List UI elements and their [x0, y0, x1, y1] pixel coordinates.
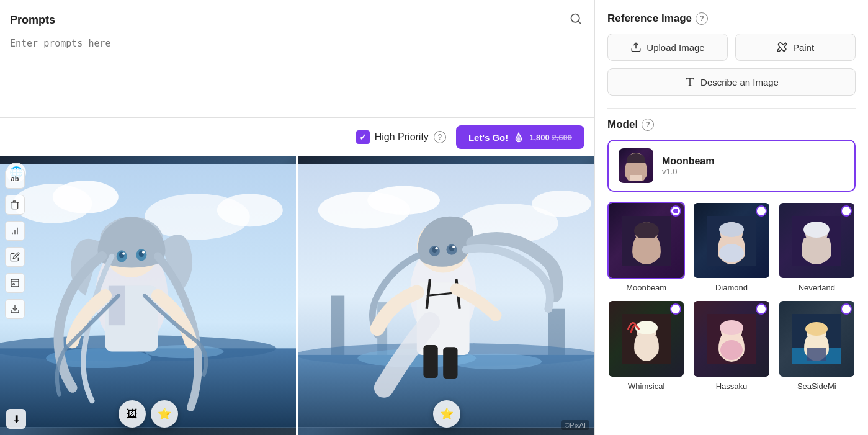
text-icon — [684, 76, 696, 87]
credits-original-val: 2,600 — [552, 133, 572, 142]
download-tool-button[interactable] — [5, 299, 25, 319]
model-item-whimsical[interactable]: Whimsical — [607, 300, 685, 390]
svg-point-43 — [435, 247, 437, 249]
svg-rect-2 — [11, 279, 19, 287]
credits-current: 1,800 — [529, 133, 550, 142]
model-diamond-label: Diamond — [715, 283, 748, 292]
prompts-title: Prompts — [10, 14, 55, 27]
neverland-radio — [841, 205, 852, 217]
svg-rect-47 — [443, 347, 457, 379]
model-section-title: Model ? — [607, 119, 856, 131]
image-1-svg — [0, 156, 296, 435]
image-2-svg — [298, 156, 594, 435]
selected-model-info: Moonbeam v1.0 — [662, 156, 714, 176]
image-slot-1: 🌐 🖼 ⭐ ⬇ — [0, 156, 298, 435]
reference-image-title: Reference Image ? — [607, 12, 856, 25]
image-1-download-button[interactable]: ⬇ — [6, 409, 26, 429]
svg-point-56 — [634, 222, 659, 240]
high-priority-label: High Priority — [375, 132, 429, 143]
image-1-star-button[interactable]: ⭐ — [151, 400, 178, 428]
prompts-header: Prompts — [10, 10, 584, 30]
model-item-diamond[interactable]: Diamond — [692, 202, 770, 292]
svg-point-36 — [450, 354, 542, 369]
lets-go-button[interactable]: Let's Go! 1,800 2,600 — [456, 125, 584, 149]
models-grid: Moonbeam Diamond — [607, 202, 856, 391]
prompts-section: Prompts — [0, 0, 594, 118]
export-tool-button[interactable] — [5, 273, 25, 293]
image-1-placeholder — [0, 156, 296, 435]
hassaku-radio — [756, 303, 767, 315]
describe-tool-button[interactable]: ab — [5, 169, 25, 189]
prompts-input[interactable] — [10, 35, 584, 110]
images-area: ab — [0, 156, 594, 435]
model-item-seasidemi[interactable]: SeaSideMi — [778, 300, 856, 390]
svg-point-69 — [720, 320, 743, 335]
left-panel: Prompts High Priority ? Let's Go! 1,800 — [0, 0, 595, 435]
selected-model-image — [619, 148, 653, 183]
delete-tool-button[interactable] — [5, 195, 25, 215]
model-moonbeam-label: Moonbeam — [626, 283, 666, 292]
search-button[interactable] — [567, 10, 584, 30]
selected-model-thumbnail — [619, 148, 653, 183]
paint-icon — [777, 42, 788, 53]
paint-button[interactable]: Paint — [735, 34, 856, 61]
upload-icon — [630, 42, 642, 53]
svg-rect-46 — [423, 345, 437, 378]
model-whimsical-label: Whimsical — [628, 382, 664, 391]
controls-bar: High Priority ? Let's Go! 1,800 2,600 — [0, 118, 594, 156]
model-diamond-thumbnail — [692, 202, 770, 279]
model-seasidemi-thumbnail — [778, 300, 856, 377]
model-item-moonbeam[interactable]: Moonbeam — [607, 202, 685, 292]
flame-icon — [513, 132, 524, 143]
svg-point-27 — [367, 186, 440, 215]
svg-point-21 — [122, 253, 125, 255]
image-1-bottom-overlay: 🖼 ⭐ — [119, 400, 178, 428]
adjust-tool-button[interactable] — [5, 221, 25, 241]
svg-point-60 — [719, 244, 744, 262]
svg-point-22 — [142, 251, 145, 253]
edit-tool-button[interactable] — [5, 247, 25, 267]
images-grid: 🌐 🖼 ⭐ ⬇ — [0, 156, 594, 435]
image-2-placeholder — [298, 156, 594, 435]
svg-rect-53 — [630, 175, 642, 181]
model-moonbeam-thumbnail — [607, 202, 685, 279]
model-help-icon[interactable]: ? — [642, 119, 654, 131]
diamond-radio — [756, 205, 767, 217]
svg-point-9 — [217, 194, 283, 226]
image-2-bottom-overlay: ⭐ — [433, 400, 460, 428]
model-hassaku-thumbnail — [692, 300, 770, 377]
svg-point-7 — [53, 181, 119, 213]
model-neverland-thumbnail — [778, 202, 856, 279]
selected-model-name: Moonbeam — [662, 156, 714, 167]
svg-point-74 — [805, 322, 828, 336]
svg-point-70 — [720, 340, 743, 360]
model-item-hassaku[interactable]: Hassaku — [692, 300, 770, 390]
selected-model-version: v1.0 — [662, 167, 714, 176]
describe-image-button[interactable]: Describe an Image — [607, 68, 856, 96]
lets-go-label: Let's Go! — [468, 132, 508, 143]
high-priority-help-icon[interactable]: ? — [434, 131, 446, 143]
model-item-neverland[interactable]: Neverland — [778, 202, 856, 292]
model-whimsical-thumbnail — [607, 300, 685, 377]
svg-line-1 — [578, 21, 581, 24]
svg-point-44 — [452, 246, 455, 248]
image-2-star-button[interactable]: ⭐ — [433, 400, 460, 428]
model-hassaku-label: Hassaku — [716, 382, 748, 391]
reference-image-help-icon[interactable]: ? — [696, 12, 708, 25]
image-1-view-button[interactable]: 🖼 — [119, 400, 146, 428]
divider-1 — [607, 108, 856, 109]
svg-point-59 — [719, 222, 744, 237]
svg-point-3 — [13, 284, 15, 285]
high-priority-container: High Priority ? — [356, 130, 446, 144]
high-priority-checkbox[interactable] — [356, 130, 370, 144]
image-slot-2: ⭐ ©PixAI — [298, 156, 594, 435]
model-neverland-label: Neverland — [799, 283, 835, 292]
model-section: Model ? Moonbeam v1.0 — [607, 119, 856, 391]
svg-point-63 — [803, 222, 830, 238]
credits-display: 1,800 2,600 — [529, 133, 572, 142]
left-tools: ab — [5, 169, 25, 319]
svg-point-29 — [532, 191, 591, 217]
reference-image-section: Reference Image ? Upload Image Paint — [607, 12, 856, 96]
selected-model-display[interactable]: Moonbeam v1.0 — [607, 140, 856, 192]
upload-image-button[interactable]: Upload Image — [607, 34, 728, 61]
